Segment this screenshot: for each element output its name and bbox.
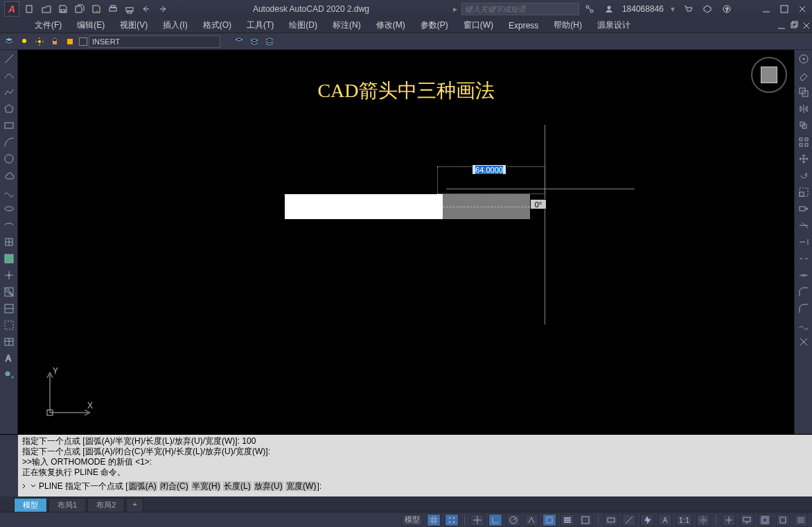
erase-tool[interactable] — [797, 69, 810, 82]
tab-add[interactable]: + — [126, 498, 143, 512]
layer-sun-icon[interactable] — [33, 35, 46, 48]
doc-close-button[interactable] — [801, 20, 812, 31]
tab-layout2[interactable]: 布局2 — [87, 498, 125, 512]
menu-express[interactable]: Express — [502, 19, 545, 32]
layer-state1-icon[interactable] — [233, 35, 245, 48]
layer-bulb-icon[interactable] — [18, 35, 30, 48]
rect-tool[interactable] — [3, 119, 15, 132]
rotate-tool[interactable] — [797, 169, 810, 182]
username-label[interactable]: 184068846 — [622, 4, 664, 14]
line-tool[interactable] — [3, 53, 15, 65]
extend-tool[interactable] — [797, 236, 810, 248]
fillet-tool[interactable] — [797, 302, 810, 315]
status-ann-icon[interactable] — [640, 514, 654, 526]
menu-yuanquan[interactable]: 源泉设计 — [590, 18, 637, 33]
menu-tools[interactable]: 工具(T) — [240, 18, 281, 33]
explode-tool[interactable] — [797, 336, 810, 348]
help-icon[interactable]: ? — [721, 3, 733, 15]
menu-format[interactable]: 格式(O) — [196, 18, 238, 33]
chamfer-tool[interactable] — [797, 286, 810, 298]
trim-tool[interactable] — [797, 219, 810, 232]
tab-model[interactable]: 模型 — [14, 498, 47, 512]
layer-combo[interactable] — [89, 35, 220, 48]
status-polar-icon[interactable] — [506, 514, 520, 526]
menu-view[interactable]: 视图(V) — [113, 18, 155, 33]
polygon-tool[interactable] — [3, 103, 15, 115]
dynamic-distance-input[interactable]: 64.0000 — [472, 164, 506, 175]
cart-icon[interactable] — [682, 3, 694, 15]
hatch-tool[interactable] — [3, 286, 15, 298]
circle-tool[interactable] — [3, 153, 15, 165]
array-tool[interactable] — [797, 136, 810, 148]
point-tool[interactable] — [3, 269, 15, 282]
share-icon[interactable] — [583, 3, 596, 15]
stretch-tool[interactable] — [797, 202, 810, 215]
status-osnap-icon[interactable] — [542, 514, 556, 526]
region-tool[interactable] — [3, 319, 15, 331]
close-button[interactable] — [797, 3, 808, 15]
minimize-button[interactable] — [761, 3, 772, 15]
status-snap-icon[interactable] — [445, 514, 459, 526]
copy-tool[interactable] — [797, 86, 810, 98]
nav-home-icon[interactable] — [797, 53, 810, 65]
offset-tool[interactable] — [797, 119, 810, 132]
status-ortho-icon[interactable] — [488, 514, 502, 526]
redo-icon[interactable] — [157, 3, 169, 15]
status-aa-icon[interactable] — [658, 514, 672, 526]
status-sc-icon[interactable] — [622, 514, 636, 526]
layer-state3-icon[interactable] — [263, 35, 276, 48]
status-scale-label[interactable]: 1:1 — [676, 514, 692, 526]
layer-checkbox[interactable] — [79, 37, 87, 46]
command-history[interactable]: 指定下一个点或 [圆弧(A)/半宽(H)/长度(L)/放弃(U)/宽度(W)]:… — [18, 435, 812, 496]
layer-props-icon[interactable] — [3, 35, 15, 48]
mtext-tool[interactable]: A — [3, 352, 15, 365]
layer-lock-icon[interactable] — [48, 35, 61, 48]
status-custom-icon[interactable] — [794, 514, 808, 526]
status-tpy-icon[interactable] — [579, 514, 592, 526]
xline-tool[interactable] — [3, 69, 15, 82]
revcloud-tool[interactable] — [3, 169, 15, 182]
plot-icon[interactable] — [107, 3, 119, 15]
layer-color-icon[interactable] — [64, 35, 76, 48]
menu-file[interactable]: 文件(F) — [28, 18, 69, 33]
move-tool[interactable] — [797, 153, 810, 165]
app-icon[interactable] — [701, 3, 714, 15]
ellipsearc-tool[interactable] — [3, 219, 15, 232]
print-icon[interactable] — [123, 3, 136, 15]
drawing-viewport[interactable]: CAD箭头中三种画法 64.0000 0° X Y — [18, 50, 794, 434]
status-max-icon[interactable] — [758, 514, 772, 526]
doc-minimize-button[interactable] — [776, 20, 787, 31]
menu-modify[interactable]: 修改(M) — [369, 18, 412, 33]
cmd-dropdown-icon[interactable] — [30, 483, 36, 489]
maximize-button[interactable] — [779, 3, 790, 15]
status-model[interactable]: 模型 — [402, 514, 423, 526]
status-infer-icon[interactable] — [470, 514, 484, 526]
view-cube[interactable] — [748, 54, 790, 96]
status-ws-icon[interactable] — [722, 514, 736, 526]
tab-layout1[interactable]: 布局1 — [48, 498, 86, 512]
saveall-icon[interactable] — [73, 3, 86, 15]
addsel-tool[interactable] — [3, 369, 15, 381]
status-qp-icon[interactable] — [604, 514, 618, 526]
blend-tool[interactable] — [797, 319, 810, 331]
pline-tool[interactable] — [3, 86, 15, 98]
ellipse-tool[interactable] — [3, 202, 15, 215]
mirror-tool[interactable] — [797, 103, 810, 115]
menu-window[interactable]: 窗口(W) — [457, 18, 500, 33]
status-grid-icon[interactable] — [427, 514, 441, 526]
status-iso-icon[interactable] — [524, 514, 538, 526]
break-tool[interactable] — [797, 252, 810, 265]
insert-tool[interactable] — [3, 236, 15, 248]
status-gear-icon[interactable] — [696, 514, 710, 526]
gradient-tool[interactable] — [3, 302, 15, 315]
doc-restore-button[interactable] — [788, 20, 800, 31]
spline-tool[interactable] — [3, 186, 15, 198]
qnew-icon[interactable] — [24, 3, 36, 15]
status-clean-icon[interactable] — [776, 514, 790, 526]
layer-state2-icon[interactable] — [248, 35, 261, 48]
user-icon[interactable] — [603, 3, 615, 15]
open-icon[interactable] — [40, 3, 53, 15]
menu-draw[interactable]: 绘图(D) — [282, 18, 324, 33]
menu-edit[interactable]: 编辑(E) — [70, 18, 112, 33]
scale-tool[interactable] — [797, 186, 810, 198]
